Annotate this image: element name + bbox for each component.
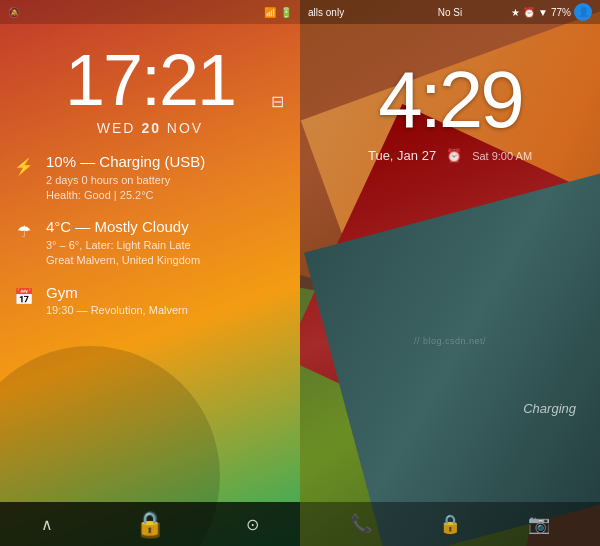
- weather-notif-subtitle: 3° – 6°, Later: Light Rain LateGreat Mal…: [46, 238, 288, 269]
- phone-left: 🔕 📶 🔋 17:21 WED 20 NOV ⊟ ⚡ 10% — Chargin…: [0, 0, 300, 546]
- weather-notification: ☂ 4°C — Mostly Cloudy 3° – 6°, Later: Li…: [12, 217, 288, 268]
- avatar-icon: 👤: [574, 3, 592, 21]
- left-clock-area: 17:21 WED 20 NOV: [0, 44, 300, 136]
- weather-notif-icon: ☂: [12, 219, 36, 243]
- star-icon: ★: [511, 7, 520, 18]
- left-time: 17:21: [0, 44, 300, 116]
- gym-notif-title: Gym: [46, 283, 288, 303]
- lock-icon-right[interactable]: 🔒: [439, 513, 461, 535]
- phone-icon[interactable]: 📞: [350, 513, 372, 535]
- camera-icon[interactable]: ⊙: [246, 515, 259, 534]
- settings-icon[interactable]: ⊟: [271, 92, 284, 111]
- mute-icon: 🔕: [8, 7, 20, 18]
- gym-notif-content: Gym 19:30 — Revolution, Malvern: [46, 283, 288, 319]
- phone-right: alls only No Si ★ ⏰ ▼ 77% 👤 4:29 Tue, Ja…: [300, 0, 600, 546]
- battery-notif-content: 10% — Charging (USB) 2 days 0 hours on b…: [46, 152, 288, 203]
- battery-icon: 🔋: [280, 7, 292, 18]
- left-status-right-icons: 📶 🔋: [264, 7, 292, 18]
- signal-icon: ▼: [538, 7, 548, 18]
- gym-notif-subtitle: 19:30 — Revolution, Malvern: [46, 303, 288, 318]
- right-date: Tue, Jan 27: [368, 148, 436, 163]
- right-date-row: Tue, Jan 27 ⏰ Sat 9:00 AM: [300, 148, 600, 163]
- weather-notif-title: 4°C — Mostly Cloudy: [46, 217, 288, 237]
- battery-notif-icon: ⚡: [12, 154, 36, 178]
- battery-notif-title: 10% — Charging (USB): [46, 152, 288, 172]
- right-time: 4:29: [300, 60, 600, 140]
- gym-notification: 📅 Gym 19:30 — Revolution, Malvern: [12, 283, 288, 319]
- notifications-list: ⚡ 10% — Charging (USB) 2 days 0 hours on…: [12, 152, 288, 318]
- weather-notif-content: 4°C — Mostly Cloudy 3° – 6°, Later: Ligh…: [46, 217, 288, 268]
- battery-notification: ⚡ 10% — Charging (USB) 2 days 0 hours on…: [12, 152, 288, 203]
- left-date: WED 20 NOV: [0, 120, 300, 136]
- battery-percent: 77%: [551, 7, 571, 18]
- lock-icon-nav[interactable]: 🔒: [136, 511, 163, 537]
- camera-icon-right[interactable]: 📷: [528, 513, 550, 535]
- watermark: // blog.csdn.net/: [414, 336, 486, 346]
- left-status-bar: 🔕 📶 🔋: [0, 0, 300, 24]
- left-bottom-nav: ∧ 🔒 ⊙: [0, 502, 300, 546]
- right-status-right-icons: ★ ⏰ ▼ 77% 👤: [511, 3, 592, 21]
- right-status-bar: alls only No Si ★ ⏰ ▼ 77% 👤: [300, 0, 600, 24]
- back-icon[interactable]: ∧: [41, 515, 53, 534]
- charging-text: Charging: [523, 401, 576, 416]
- alarm-time: Sat 9:00 AM: [472, 150, 532, 162]
- right-status-center-text: No Si: [438, 7, 462, 18]
- alarm-icon-date: ⏰: [446, 148, 462, 163]
- right-status-left-text: alls only: [308, 7, 344, 18]
- battery-notif-subtitle: 2 days 0 hours on batteryHealth: Good | …: [46, 173, 288, 204]
- right-clock-area: 4:29 Tue, Jan 27 ⏰ Sat 9:00 AM: [300, 60, 600, 163]
- alarm-status-icon: ⏰: [523, 7, 535, 18]
- calls-only-text: alls only: [308, 7, 344, 18]
- left-date-day: 20: [141, 120, 161, 136]
- right-bottom-nav: 📞 🔒 📷: [300, 502, 600, 546]
- gym-notif-icon: 📅: [12, 285, 36, 309]
- left-status-left-icons: 🔕: [8, 7, 20, 18]
- wifi-icon: 📶: [264, 7, 276, 18]
